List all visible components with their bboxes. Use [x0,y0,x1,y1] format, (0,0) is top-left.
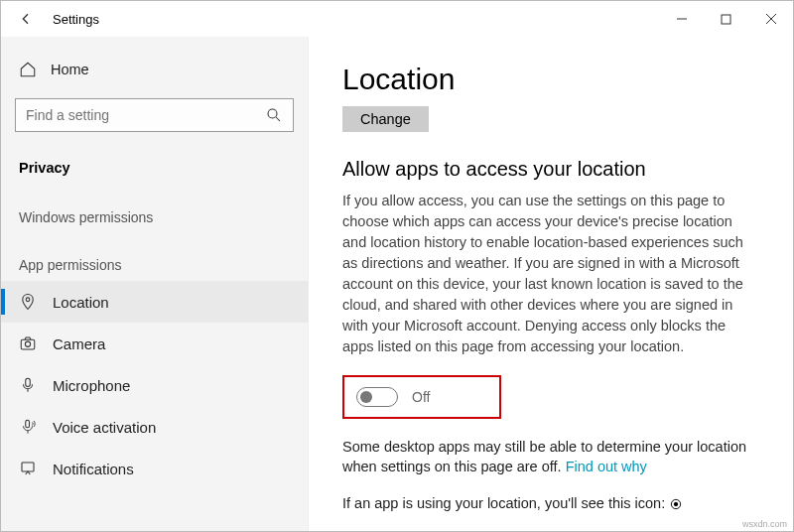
location-icon [19,293,37,311]
sidebar-item-notifications[interactable]: Notifications [1,448,308,489]
windows-permissions-heading: Windows permissions [1,186,308,233]
sidebar-item-label: Location [53,294,109,311]
sidebar-item-location[interactable]: Location [1,281,308,323]
location-in-use-icon [669,497,683,511]
svg-line-5 [276,117,280,121]
search-box[interactable] [15,98,294,132]
close-button[interactable] [748,4,793,34]
sidebar-item-label: Notifications [53,461,134,477]
app-permissions-heading: App permissions [1,233,308,281]
svg-point-6 [26,298,30,302]
svg-point-4 [268,109,277,118]
find-out-why-link[interactable]: Find out why [566,459,647,474]
microphone-icon [19,376,37,394]
home-link[interactable]: Home [1,51,308,88]
svg-rect-1 [722,15,730,24]
titlebar: Settings [1,1,793,37]
search-icon [265,106,283,124]
voice-icon [19,418,37,436]
sidebar: Home Privacy Windows permissions App per… [1,37,309,531]
icon-note-text: If an app is using your location, you'll… [342,495,669,511]
watermark: wsxdn.com [742,519,787,529]
location-access-toggle[interactable] [356,387,398,407]
notifications-icon [19,460,37,477]
minimize-button[interactable] [659,4,704,34]
svg-rect-10 [26,420,30,428]
home-label: Home [51,62,89,77]
sidebar-item-label: Voice activation [53,419,156,436]
window-title: Settings [53,12,99,27]
location-access-toggle-highlight: Off [342,375,501,419]
section-title: Allow apps to access your location [342,158,759,181]
note-text: Some desktop apps may still be able to d… [342,439,746,474]
back-button[interactable] [11,4,41,34]
maximize-button[interactable] [704,4,748,34]
sidebar-item-camera[interactable]: Camera [1,323,308,364]
icon-note: If an app is using your location, you'll… [342,493,759,513]
home-icon [19,61,37,78]
page-title: Location [342,63,759,96]
camera-icon [19,334,37,352]
sidebar-item-microphone[interactable]: Microphone [1,364,308,406]
privacy-heading: Privacy [1,146,308,186]
search-input[interactable] [26,107,265,123]
sidebar-item-voice[interactable]: Voice activation [1,406,308,448]
svg-rect-9 [26,378,31,386]
svg-rect-11 [22,463,34,471]
change-button[interactable]: Change [342,106,429,132]
section-description: If you allow access, you can use the set… [342,191,759,357]
toggle-state: Off [412,389,430,405]
svg-point-8 [25,341,30,346]
sidebar-item-label: Camera [53,335,105,352]
window-controls [659,4,793,34]
main-content: Location Change Allow apps to access you… [309,37,793,531]
desktop-apps-note: Some desktop apps may still be able to d… [342,437,759,477]
sidebar-item-label: Microphone [53,377,130,394]
svg-point-13 [674,502,678,506]
